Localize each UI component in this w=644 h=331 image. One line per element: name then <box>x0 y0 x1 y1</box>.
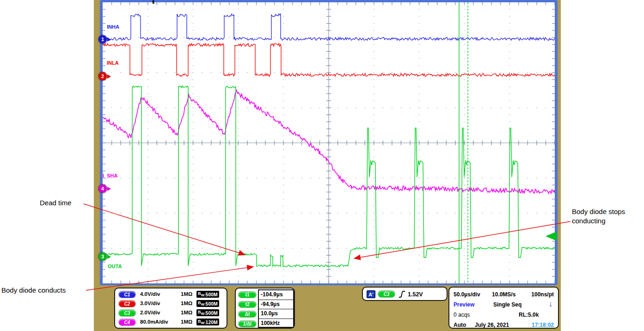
oscilloscope-screenshot: { "annotations": { "dead_time": "Dead ti… <box>0 0 644 331</box>
acq-mode: Single Seq <box>493 301 521 308</box>
channel4-pill[interactable]: C4 <box>119 319 135 325</box>
sample-resolution: 100ns/pt <box>531 291 554 298</box>
bw-value: 500M <box>206 310 218 316</box>
cursor-t2-pill[interactable]: t2 <box>239 301 256 307</box>
trace-label-inha: INHA <box>107 24 119 30</box>
bw-value: 120M <box>206 319 218 325</box>
bw-value: 500M <box>206 301 218 306</box>
annotation-body-diode-stops-line1: Body diode stops <box>572 207 625 216</box>
channel2-impedance: 1MΩ <box>181 300 192 306</box>
cursor-dt-value: 10.0µs <box>259 309 293 319</box>
channel3-scale: 2.0V/div <box>140 310 160 315</box>
time-label: 17:18:02 <box>532 322 554 328</box>
trigger-level: 1.52V <box>408 291 423 298</box>
record-length: RL:5.0k <box>519 312 539 318</box>
annotation-body-diode-stops-line2: conducting <box>572 216 625 226</box>
acq-status: Preview <box>454 301 474 308</box>
acquisition-count: 0 acqs <box>454 312 470 318</box>
trace-label-inla: INLA <box>107 60 119 66</box>
channel4-scale: 80.0mA/div <box>140 319 168 325</box>
bw-sub: W: <box>201 321 206 325</box>
cursor-values-box: -104.9µs -94.9µs 10.0µs 100kHz <box>258 289 294 328</box>
channel2-scale: 3.0V/div <box>140 300 160 306</box>
channel4-impedance: 1MΩ <box>181 319 192 325</box>
channel2-bandwidth: BW:500M <box>196 300 219 307</box>
channel1-ref-badge[interactable]: 1 <box>98 35 107 43</box>
arrow-down-icon: ↓ <box>549 300 553 309</box>
channel4-bandwidth: BW:120M <box>196 319 219 325</box>
channel1-pill[interactable]: C1 <box>119 291 135 298</box>
annotation-body-diode-conducts: Body diode conducts <box>1 286 66 295</box>
cursor-readout-panel[interactable]: t1 t2 Δt 1/Δt -104.9µs -94.9µs 10.0µs 10… <box>235 288 295 329</box>
cursor-invdt-pill[interactable]: 1/Δt <box>239 321 256 327</box>
timebase-scale: 50.0µs/div <box>454 291 480 298</box>
cursor-t1-value: -104.9µs <box>259 290 293 300</box>
bw-sub: W: <box>201 312 206 316</box>
date-label: July 26, 2021 <box>475 322 509 328</box>
trigger-position-marker: tt <box>152 0 153 5</box>
cursor-t1-pill[interactable]: t1 <box>239 292 256 298</box>
trace-label-isha: I_SHA <box>103 173 117 178</box>
channel3-pill[interactable]: C3 <box>119 310 135 316</box>
annotation-body-diode-stops: Body diode stops conducting <box>572 207 625 226</box>
channel3-impedance: 1MΩ <box>181 310 192 315</box>
bw-sub: W: <box>201 302 206 306</box>
bw-value: 500M <box>206 292 218 297</box>
trigger-mode-box[interactable]: A' <box>367 290 375 298</box>
timebase-panel[interactable]: 50.0µs/div 10.0MS/s 100ns/pt Preview Sin… <box>448 287 559 329</box>
trace-label-outa: OUTA <box>108 264 122 269</box>
cursor-invdt-value: 100kHz <box>259 319 293 329</box>
channel2-pill[interactable]: C2 <box>119 300 135 307</box>
annotation-dead-time: Dead time <box>40 198 71 208</box>
trigger-source-pill[interactable]: C3 <box>378 291 395 297</box>
channel2-ref-badge[interactable]: 2 <box>98 72 107 80</box>
channel1-scale: 4.0V/div <box>140 291 160 297</box>
channel3-ref-badge[interactable]: 3 <box>98 252 107 261</box>
channel1-impedance: 1MΩ <box>181 291 192 297</box>
trigger-panel[interactable]: A' C3 1.52V <box>362 287 448 301</box>
channel1-bandwidth: BW:500M <box>196 291 219 298</box>
cursor-t2-value: -94.9µs <box>259 300 293 310</box>
cursor-dt-pill[interactable]: Δt <box>239 311 256 317</box>
trigger-slope-icon <box>398 290 406 299</box>
trigger-mode-label: Auto <box>454 322 466 328</box>
channel3-bandwidth: BW:500M <box>196 309 219 316</box>
bw-sub: W: <box>201 293 206 297</box>
graticule-waveform-display <box>103 2 555 283</box>
sample-rate: 10.0MS/s <box>492 291 515 298</box>
channel-settings-panel[interactable]: C1 4.0V/div 1MΩ BW:500M C2 3.0V/div 1MΩ … <box>114 288 227 329</box>
channel4-ref-badge[interactable]: 4 <box>98 184 107 193</box>
